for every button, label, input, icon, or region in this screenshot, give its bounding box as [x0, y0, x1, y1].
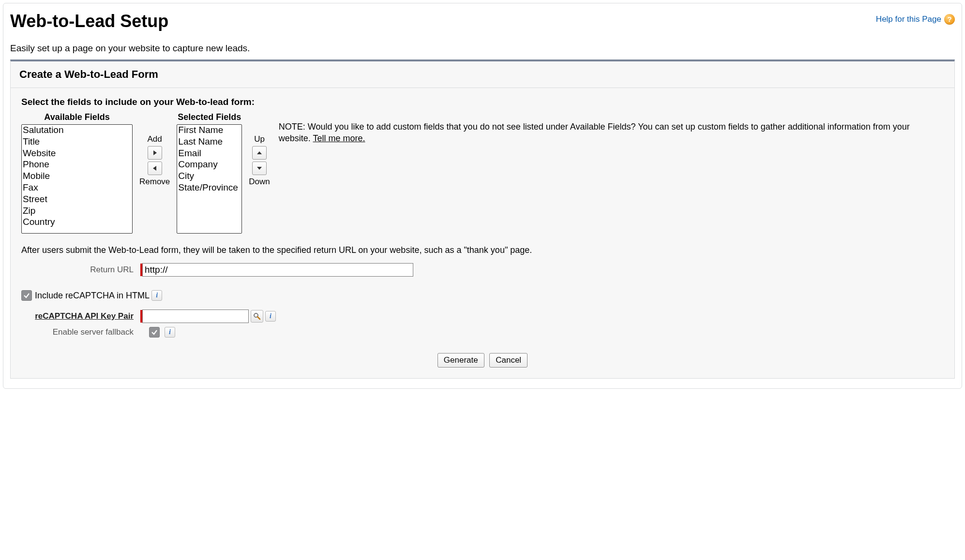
available-field-option[interactable]: Title [22, 136, 132, 148]
recaptcha-api-input[interactable] [142, 309, 249, 323]
triangle-down-icon [256, 166, 262, 171]
custom-fields-note: NOTE: Would you like to add custom field… [277, 112, 944, 145]
field-picker: Available Fields SalutationTitleWebsiteP… [21, 112, 944, 234]
footer-buttons: Generate Cancel [21, 353, 944, 368]
recaptcha-api-row: reCAPTCHA API Key Pair i [21, 309, 944, 323]
page-container: Web-to-Lead Setup Help for this Page ? E… [3, 3, 962, 389]
field-select-instruction: Select the fields to include on your Web… [21, 97, 944, 107]
return-url-row: Return URL [21, 263, 944, 277]
tell-me-more-link[interactable]: Tell me more. [313, 133, 365, 143]
remove-label: Remove [139, 177, 170, 187]
selected-fields-list[interactable]: First NameLast NameEmailCompanyCityState… [177, 124, 242, 234]
page-header: Web-to-Lead Setup Help for this Page ? [10, 10, 955, 34]
remove-button[interactable] [148, 162, 162, 175]
up-label: Up [249, 134, 270, 144]
move-up-button[interactable] [252, 146, 267, 160]
selected-field-option[interactable]: Last Name [177, 136, 241, 148]
triangle-up-icon [256, 150, 262, 155]
selected-field-option[interactable]: State/Province [177, 182, 241, 194]
help-icon[interactable]: ? [944, 14, 955, 25]
form-panel: Create a Web-to-Lead Form Select the fie… [10, 59, 955, 379]
triangle-right-icon [152, 150, 157, 156]
recaptcha-api-label: reCAPTCHA API Key Pair [21, 311, 140, 321]
available-field-option[interactable]: Phone [22, 159, 132, 171]
lookup-icon [253, 312, 261, 320]
available-fields-list[interactable]: SalutationTitleWebsitePhoneMobileFaxStre… [21, 124, 133, 234]
down-label: Down [249, 177, 270, 187]
page-title: Web-to-Lead Setup [10, 11, 168, 31]
up-down-column: Up Down [249, 112, 270, 188]
help-link-container: Help for this Page ? [876, 14, 955, 25]
help-link[interactable]: Help for this Page [876, 15, 941, 24]
server-fallback-label: Enable server fallback [21, 327, 140, 337]
svg-marker-0 [153, 150, 157, 155]
generate-button[interactable]: Generate [437, 353, 484, 368]
available-field-option[interactable]: Salutation [22, 125, 132, 136]
add-label: Add [139, 134, 170, 144]
return-url-description: After users submit the Web-to-Lead form,… [21, 245, 944, 255]
svg-marker-1 [153, 166, 156, 171]
selected-field-option[interactable]: City [177, 171, 241, 182]
checkmark-icon [151, 329, 158, 336]
checkmark-icon [23, 292, 30, 299]
add-button[interactable] [148, 146, 162, 160]
recaptcha-api-info-icon[interactable]: i [265, 311, 276, 322]
server-fallback-checkbox[interactable] [149, 327, 160, 338]
selected-field-option[interactable]: Email [177, 148, 241, 160]
available-field-option[interactable]: Street [22, 194, 132, 206]
panel-title: Create a Web-to-Lead Form [11, 61, 954, 88]
page-subtitle: Easily set up a page on your website to … [10, 43, 955, 54]
available-field-option[interactable]: Fax [22, 182, 132, 194]
include-recaptcha-checkbox[interactable] [21, 290, 32, 301]
add-remove-column: Add Remove [139, 112, 170, 188]
available-header: Available Fields [21, 112, 133, 122]
available-field-option[interactable]: Country [22, 217, 132, 228]
include-recaptcha-info-icon[interactable]: i [151, 290, 162, 301]
include-recaptcha-row: Include reCAPTCHA in HTML i [21, 290, 944, 301]
panel-body: Select the fields to include on your Web… [11, 88, 954, 378]
server-fallback-row: Enable server fallback i [21, 327, 944, 338]
selected-column: Selected Fields First NameLast NameEmail… [177, 112, 242, 234]
selected-field-option[interactable]: Company [177, 159, 241, 171]
cancel-button[interactable]: Cancel [489, 353, 528, 368]
svg-marker-2 [257, 151, 262, 154]
server-fallback-info-icon[interactable]: i [165, 327, 175, 338]
include-recaptcha-label: Include reCAPTCHA in HTML [35, 291, 150, 301]
return-url-input[interactable] [142, 263, 413, 277]
note-text: NOTE: Would you like to add custom field… [279, 122, 910, 143]
selected-header: Selected Fields [177, 112, 242, 122]
selected-field-option[interactable]: First Name [177, 125, 241, 136]
available-column: Available Fields SalutationTitleWebsiteP… [21, 112, 133, 234]
available-field-option[interactable]: Website [22, 148, 132, 160]
return-url-label: Return URL [21, 265, 140, 275]
move-down-button[interactable] [252, 162, 267, 175]
available-field-option[interactable]: Zip [22, 206, 132, 217]
svg-line-5 [257, 317, 260, 319]
recaptcha-api-lookup-button[interactable] [251, 310, 263, 323]
available-field-option[interactable]: Mobile [22, 171, 132, 182]
svg-marker-3 [257, 167, 262, 170]
triangle-left-icon [152, 165, 157, 171]
